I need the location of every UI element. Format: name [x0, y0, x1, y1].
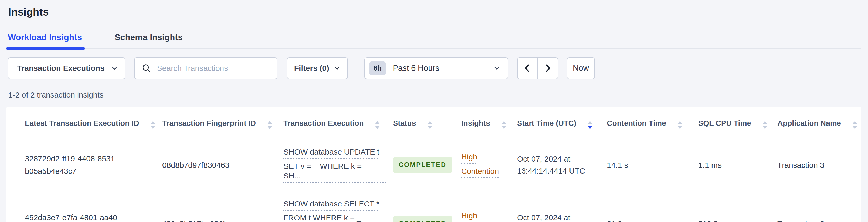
table-row: 452da3e7-e7fa-4801-aa40-c59988d14eb6 480…	[6, 191, 861, 222]
results-summary: 1-2 of 2 transaction insights	[8, 91, 861, 99]
column-header-fingerprint-id[interactable]: Transaction Fingerprint ID	[162, 106, 283, 139]
chevron-right-icon	[543, 63, 553, 73]
column-header-insights[interactable]: Insights	[461, 106, 517, 139]
page-title: Insights	[8, 6, 861, 18]
sql-cpu-time: 1.1 ms	[698, 161, 722, 169]
tab-workload-insights[interactable]: Workload Insights	[8, 32, 83, 49]
filters-button-label: Filters (0)	[294, 64, 329, 73]
column-header-latest-execution-id[interactable]: Latest Transaction Execution ID	[6, 106, 162, 139]
tab-bar: Workload Insights Schema Insights	[8, 32, 861, 49]
insights-table-card: Latest Transaction Execution ID Transact…	[6, 106, 861, 222]
statement-link[interactable]: SHOW database SELECT * FROM t WHERE k = …	[283, 199, 386, 222]
application-name: Transaction 2	[777, 219, 825, 222]
search-icon	[142, 63, 151, 73]
insight-link[interactable]: High Contention	[461, 152, 510, 178]
view-type-select[interactable]: Transaction Executions	[8, 57, 125, 79]
tab-schema-insights[interactable]: Schema Insights	[115, 32, 184, 49]
table-row: 328729d2-ff19-4408-8531-b05a5b4e43c7 08d…	[6, 139, 861, 191]
sort-icon[interactable]	[151, 121, 155, 129]
toolbar-divider	[354, 57, 355, 79]
time-prev-button[interactable]	[517, 57, 538, 79]
insights-page: Insights Workload Insights Schema Insigh…	[0, 0, 868, 222]
sort-icon[interactable]	[501, 121, 506, 129]
sort-icon-active-desc[interactable]	[588, 121, 592, 129]
sort-icon[interactable]	[852, 121, 857, 129]
fingerprint-id: 480a8b217be006fe	[162, 219, 229, 222]
now-button[interactable]: Now	[567, 57, 595, 79]
column-header-start-time[interactable]: Start Time (UTC)	[517, 106, 607, 139]
column-header-sql-cpu-time[interactable]: SQL CPU Time	[698, 106, 777, 139]
time-range-label: Past 6 Hours	[393, 64, 439, 73]
view-type-select-label: Transaction Executions	[17, 64, 104, 73]
sort-icon[interactable]	[428, 121, 432, 129]
search-box[interactable]	[134, 57, 277, 79]
contention-time: 21.3 s	[607, 219, 628, 222]
chevron-left-icon	[523, 63, 532, 73]
filters-button[interactable]: Filters (0)	[287, 57, 348, 79]
statement-link[interactable]: SHOW database UPDATE t SET v = _ WHERE k…	[283, 147, 386, 183]
chevron-down-icon	[493, 65, 500, 72]
execution-id: 452da3e7-e7fa-4801-aa40-c59988d14eb6	[25, 211, 148, 222]
column-header-contention-time[interactable]: Contention Time	[607, 106, 698, 139]
column-header-application-name[interactable]: Application Name	[777, 106, 861, 139]
contention-time: 14.1 s	[607, 161, 628, 169]
column-header-transaction-execution[interactable]: Transaction Execution	[283, 106, 393, 139]
chevron-down-icon	[111, 65, 118, 72]
status-badge: COMPLETED	[393, 216, 452, 222]
time-next-button[interactable]	[537, 57, 558, 79]
sort-icon[interactable]	[763, 121, 767, 129]
start-time: Oct 07, 2024 at 13:44:07.447 UTC	[517, 212, 599, 222]
time-pager	[517, 57, 558, 79]
column-header-status[interactable]: Status	[393, 106, 461, 139]
status-badge: COMPLETED	[393, 157, 452, 173]
fingerprint-id: 08d8b7d97f830463	[162, 161, 229, 169]
chevron-down-icon	[334, 65, 341, 71]
toolbar: Transaction Executions Filters (0) 6h Pa…	[8, 57, 861, 79]
sort-icon[interactable]	[375, 121, 380, 129]
execution-id: 328729d2-ff19-4408-8531-b05a5b4e43c7	[25, 153, 148, 178]
time-range-select[interactable]: 6h Past 6 Hours	[365, 57, 508, 79]
sql-cpu-time: 716.3 µs	[698, 219, 728, 222]
start-time: Oct 07, 2024 at 13:44:14.4414 UTC	[517, 153, 599, 177]
transaction-insights-table: Latest Transaction Execution ID Transact…	[6, 106, 861, 222]
sort-icon[interactable]	[267, 121, 272, 129]
application-name: Transaction 3	[777, 161, 825, 169]
table-header-row: Latest Transaction Execution ID Transact…	[6, 106, 861, 139]
sort-icon[interactable]	[678, 121, 682, 129]
insight-link[interactable]: High Contention	[461, 211, 510, 222]
time-range-badge: 6h	[369, 61, 386, 75]
search-input[interactable]	[157, 64, 271, 73]
